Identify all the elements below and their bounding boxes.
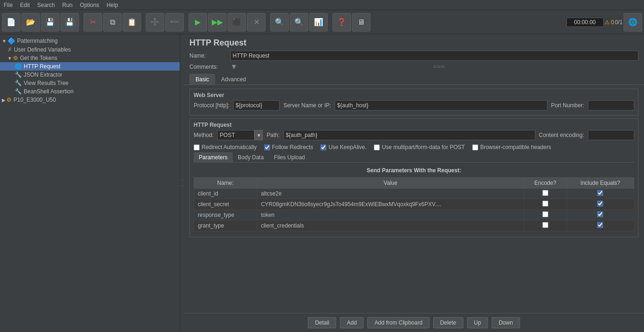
name-input[interactable]	[230, 51, 638, 61]
save-as-button[interactable]: 💾	[60, 13, 79, 32]
remote-button[interactable]: 🖥	[352, 13, 371, 32]
param-value: token	[257, 210, 524, 221]
col-value: Value	[257, 178, 524, 189]
tree-item-beanshell[interactable]: 🔧 BeanShell Assertion	[0, 87, 180, 96]
menu-options[interactable]: Options	[76, 1, 103, 9]
detail-button[interactable]: Detail	[308, 317, 336, 328]
encode-checkbox-2[interactable]	[542, 211, 548, 217]
encoding-input[interactable]	[588, 130, 634, 140]
browser-compat-checkbox[interactable]: Browser-compatible headers	[472, 144, 551, 150]
keepalive-checkbox[interactable]: Use KeepAlive.	[320, 144, 366, 150]
bottom-bar: Detail Add Add from Clipboard Delete Up …	[184, 313, 644, 332]
param-encode[interactable]	[524, 221, 566, 231]
add-button[interactable]: Add	[340, 317, 364, 328]
shutdown-button[interactable]: ✕	[247, 13, 266, 32]
name-row: Name:	[184, 50, 644, 62]
function-button[interactable]: 📊	[309, 13, 328, 32]
start-no-pause-button[interactable]: ▶▶	[208, 13, 227, 32]
param-include-equals[interactable]	[566, 210, 634, 221]
tab-bar: Basic Advanced	[184, 72, 644, 85]
method-dropdown[interactable]: POST GET PUT DELETE ▼	[217, 130, 263, 140]
port-label: Port Number:	[551, 102, 584, 109]
protocol-input[interactable]	[233, 100, 280, 111]
include-equals-checkbox-1[interactable]	[597, 201, 603, 207]
drag-handle: ≈≈≈	[240, 63, 638, 71]
copy-button[interactable]: ⧉	[103, 13, 122, 32]
web-server-row: Protocol [http]: Server Name or IP: Port…	[194, 100, 634, 111]
menu-file[interactable]: File	[0, 1, 16, 9]
keepalive-input[interactable]	[320, 144, 326, 150]
tab-advanced[interactable]: Advanced	[215, 74, 252, 85]
remote-config-button[interactable]: 🌐	[624, 13, 642, 32]
delete-button[interactable]: Delete	[433, 317, 463, 328]
tree-item-patternmatching[interactable]: ▼ 🔷 Patternmatching	[0, 36, 180, 46]
param-encode[interactable]	[524, 210, 566, 221]
server-input[interactable]	[335, 100, 547, 111]
redirect-auto-input[interactable]	[194, 144, 200, 150]
down-button[interactable]: Down	[492, 317, 520, 328]
comments-collapse-arrow[interactable]: ▼	[230, 63, 238, 71]
encode-checkbox-0[interactable]	[542, 190, 548, 196]
resize-handle[interactable]: ⋮⋮	[180, 34, 184, 332]
follow-redirects-input[interactable]	[264, 144, 270, 150]
follow-redirects-label: Follow Redirects	[272, 144, 313, 150]
test-plan-tree: ▼ 🔷 Patternmatching ✗ User Defined Varia…	[0, 34, 180, 332]
tree-item-label: JSON Extractor	[24, 72, 62, 78]
tree-item-view-results-tree[interactable]: 🔧 View Results Tree	[0, 79, 180, 87]
include-equals-checkbox-0[interactable]	[597, 190, 603, 196]
checkboxes-row: Redirect Automatically Follow Redirects …	[194, 142, 634, 152]
follow-redirects-checkbox[interactable]: Follow Redirects	[264, 144, 313, 150]
include-equals-checkbox-2[interactable]	[597, 211, 603, 217]
new-button[interactable]: 📄	[2, 13, 20, 32]
include-equals-checkbox-3[interactable]	[597, 222, 603, 228]
method-dropdown-arrow[interactable]: ▼	[254, 130, 263, 140]
menu-run[interactable]: Run	[59, 1, 76, 9]
server-label: Server Name or IP:	[283, 102, 331, 109]
param-encode[interactable]	[524, 189, 566, 199]
table-row: response_type token	[194, 210, 634, 221]
path-input[interactable]	[283, 130, 535, 140]
param-include-equals[interactable]	[566, 199, 634, 210]
menu-help[interactable]: Help	[103, 1, 122, 9]
port-input[interactable]	[588, 100, 634, 111]
multipart-input[interactable]	[374, 144, 380, 150]
tree-item-http-request[interactable]: 🌐 HTTP Request	[0, 62, 180, 71]
sub-tab-body-data[interactable]: Body Data	[233, 152, 269, 162]
table-row: grant_type client_credentials	[194, 221, 634, 231]
paste-button[interactable]: 📋	[123, 13, 141, 32]
tree-item-json-extractor[interactable]: 🔧 JSON Extractor	[0, 71, 180, 79]
start-button[interactable]: ▶	[189, 13, 207, 32]
tree-item-p10[interactable]: ▶ ⚙ P10_E3000_U50	[0, 96, 180, 104]
clear-button[interactable]: 🔍	[270, 13, 289, 32]
remove-button[interactable]: ➖	[165, 13, 184, 32]
sub-tab-files-upload[interactable]: Files Upload	[269, 152, 310, 162]
menu-search[interactable]: Search	[33, 1, 59, 9]
param-include-equals[interactable]	[566, 221, 634, 231]
add-clipboard-button[interactable]: Add from Clipboard	[367, 317, 429, 328]
add-button[interactable]: ➕	[146, 13, 164, 32]
tree-item-label: Patternmatching	[17, 38, 58, 44]
redirect-auto-checkbox[interactable]: Redirect Automatically	[194, 144, 257, 150]
loop-icon: ⚙	[13, 55, 18, 61]
open-button[interactable]: 📂	[21, 13, 40, 32]
extractor-icon: 🔧	[15, 72, 22, 78]
listener-icon: 🔧	[15, 80, 22, 86]
sub-tab-parameters[interactable]: Parameters	[194, 152, 233, 162]
tree-item-get-tokens[interactable]: ▼ ⚙ Get the Tokens	[0, 54, 180, 62]
encode-checkbox-1[interactable]	[542, 201, 548, 207]
encode-checkbox-3[interactable]	[542, 222, 548, 228]
menu-edit[interactable]: Edit	[16, 1, 33, 9]
param-include-equals[interactable]	[566, 189, 634, 199]
param-encode[interactable]	[524, 199, 566, 210]
up-button[interactable]: Up	[467, 317, 488, 328]
method-select[interactable]: POST GET PUT DELETE	[217, 130, 254, 140]
browser-compat-input[interactable]	[472, 144, 478, 150]
cut-button[interactable]: ✂	[84, 13, 102, 32]
search-button[interactable]: 🔍	[290, 13, 308, 32]
stop-button[interactable]: ⬛	[228, 13, 246, 32]
tab-basic[interactable]: Basic	[189, 74, 215, 85]
help-button[interactable]: ❓	[332, 13, 351, 32]
tree-item-user-vars[interactable]: ✗ User Defined Variables	[0, 46, 180, 54]
multipart-checkbox[interactable]: Use multipart/form-data for POST	[374, 144, 465, 150]
save-button[interactable]: 💾	[41, 13, 59, 32]
